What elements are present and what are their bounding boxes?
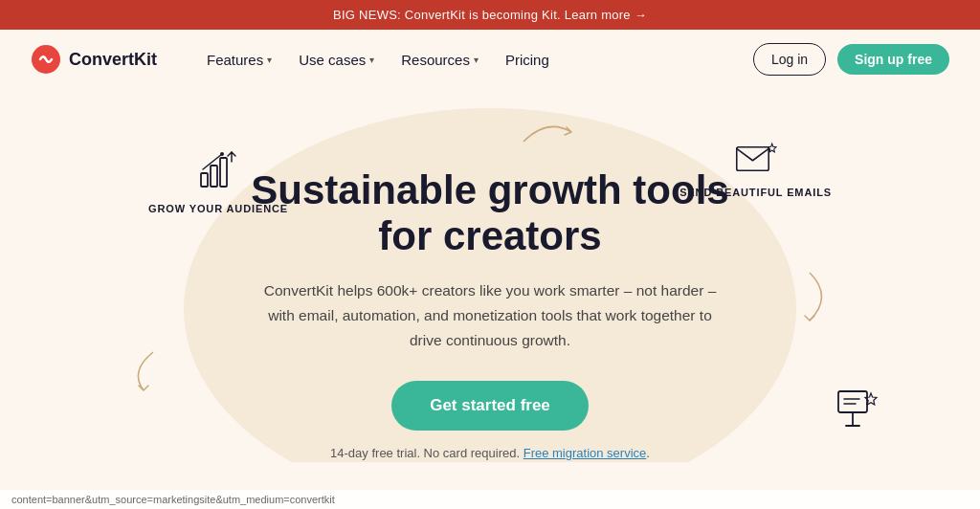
- migration-link[interactable]: Free migration service: [523, 446, 647, 460]
- signup-button[interactable]: Sign up free: [837, 44, 949, 75]
- annotation-bottom-right: [836, 389, 884, 433]
- svg-rect-7: [838, 391, 867, 412]
- sign-icon: [836, 389, 884, 430]
- chart-icon: [195, 146, 241, 192]
- get-started-button[interactable]: Get started free: [391, 381, 589, 431]
- email-icon: [735, 142, 777, 176]
- nav-use-cases[interactable]: Use cases ▾: [287, 46, 386, 74]
- email-annotation-label: Send Beautiful Emails: [679, 186, 832, 199]
- navbar: ConvertKit Features ▾ Use cases ▾ Resour…: [0, 30, 980, 89]
- svg-point-4: [220, 152, 224, 156]
- hero-section: Grow Your Audience Send Beautiful Emails…: [0, 89, 980, 462]
- logo-link[interactable]: ConvertKit: [31, 44, 157, 75]
- hero-title: Sustainable growth toolsfor creators: [251, 167, 728, 260]
- announcement-text: BIG NEWS: ConvertKit is becoming Kit. Le…: [333, 8, 647, 22]
- resources-chevron-icon: ▾: [474, 55, 479, 65]
- login-button[interactable]: Log in: [753, 43, 826, 76]
- svg-rect-1: [201, 173, 208, 187]
- hero-content: Sustainable growth toolsfor creators Con…: [251, 110, 728, 460]
- status-bar: content=banner&utm_source=marketingsite&…: [0, 490, 980, 509]
- logo-text: ConvertKit: [69, 50, 157, 70]
- annotation-email: Send Beautiful Emails: [679, 142, 832, 199]
- hero-subtitle: ConvertKit helps 600k+ creators like you…: [260, 278, 720, 352]
- svg-rect-6: [736, 147, 768, 171]
- nav-features[interactable]: Features ▾: [195, 46, 283, 74]
- nav-resources[interactable]: Resources ▾: [390, 46, 490, 74]
- announcement-bar: BIG NEWS: ConvertKit is becoming Kit. Le…: [0, 0, 980, 30]
- annotation-grow: Grow Your Audience: [148, 146, 288, 215]
- arrow-bottom-left-icon: [124, 347, 163, 395]
- features-chevron-icon: ▾: [267, 55, 272, 65]
- svg-rect-2: [211, 166, 217, 187]
- use-cases-chevron-icon: ▾: [369, 55, 374, 65]
- hero-fine-print: 14-day free trial. No card required. Fre…: [251, 446, 728, 460]
- nav-pricing[interactable]: Pricing: [494, 46, 561, 74]
- arrow-right-icon: [800, 268, 838, 325]
- nav-links: Features ▾ Use cases ▾ Resources ▾ Prici…: [195, 46, 753, 74]
- logo-icon: [31, 44, 61, 75]
- grow-annotation-label: Grow Your Audience: [148, 202, 288, 215]
- svg-rect-3: [220, 158, 227, 187]
- nav-actions: Log in Sign up free: [753, 43, 949, 76]
